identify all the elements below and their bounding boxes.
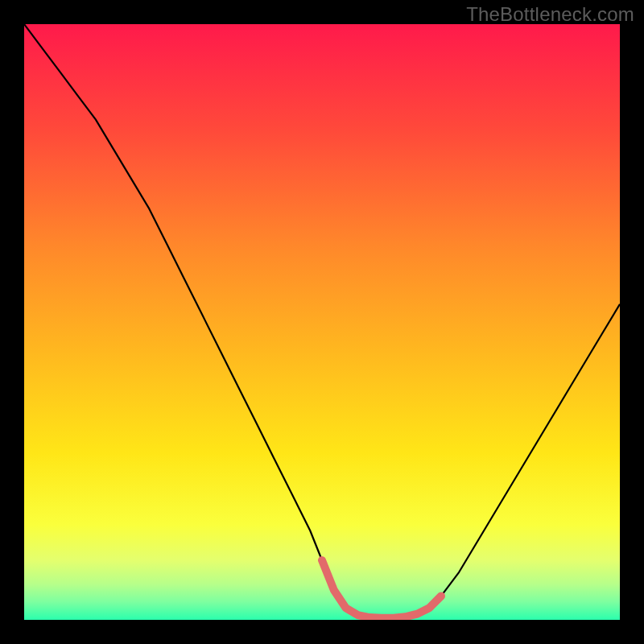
watermark-text: TheBottleneck.com (466, 3, 634, 26)
bottleneck-chart (24, 24, 620, 620)
gradient-background (24, 24, 620, 620)
chart-frame: TheBottleneck.com (0, 0, 644, 644)
